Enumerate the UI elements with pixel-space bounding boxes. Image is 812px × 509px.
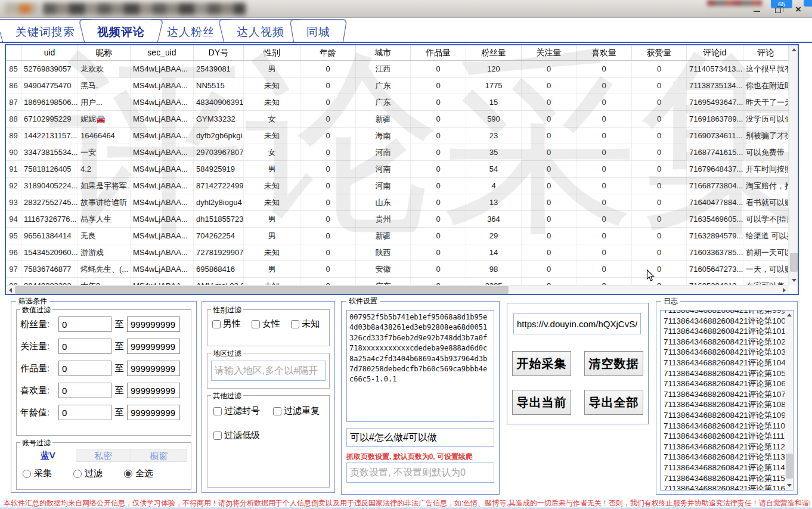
column-header[interactable]: 关注量 (522, 45, 577, 60)
region-input[interactable] (211, 361, 326, 381)
table-vertical-scrollbar[interactable] (789, 45, 798, 285)
scroll-left-button[interactable] (6, 285, 15, 294)
log-entry[interactable]: 7113864346882608421评论第101页 (664, 326, 784, 337)
scroll-down-button[interactable] (785, 481, 794, 490)
log-list[interactable]: 7113864346882608421评论第99页 71138643468826… (660, 310, 794, 491)
checkbox-input[interactable] (213, 432, 222, 440)
table-horizontal-scrollbar[interactable] (6, 285, 789, 294)
column-header[interactable]: sec_uid (131, 45, 194, 60)
table-body[interactable]: 85 52769839057 龙欢欢 MS4wLjABAA... 2543908… (6, 61, 798, 285)
minimize-button[interactable] (749, 0, 764, 18)
table-row[interactable]: 97 75836746877 烤蚝先生、(... MS4wLjABAA... 6… (6, 261, 789, 278)
start-collect-button[interactable]: 开始采集 (512, 351, 571, 376)
log-entry[interactable]: 7113864346882608421评论第107页 (664, 389, 784, 400)
log-entry[interactable]: 7113864346882608421评论第116页 (664, 483, 784, 491)
tab-keyword-search[interactable]: 关键词搜索 (2, 22, 88, 42)
clear-data-button[interactable]: 清空数据 (584, 351, 643, 376)
filter-min-input[interactable] (58, 361, 111, 376)
log-entry[interactable]: 7113864346882608421评论第109页 (664, 410, 784, 421)
filter-max-input[interactable] (127, 316, 180, 332)
table-row[interactable]: 88 67102995229 妮妮🚘 MS4wLjABAA... GYM3323… (6, 111, 789, 128)
log-entry[interactable]: 7113864346882608421评论第115页 (664, 473, 784, 484)
log-entry[interactable]: 7113864346882608421评论第105页 (664, 368, 784, 379)
filter-max-input[interactable] (127, 383, 180, 398)
radio-select-all[interactable]: 全选 (124, 468, 153, 479)
radio-input[interactable] (124, 470, 132, 478)
table-row[interactable]: 85 52769839057 龙欢欢 MS4wLjABAA... 2543908… (6, 61, 789, 77)
tab-blue-v[interactable]: 蓝V (20, 449, 76, 462)
tab-creator-videos[interactable]: 达人视频 (224, 22, 297, 42)
filter-min-input[interactable] (58, 339, 111, 354)
checkbox-input[interactable] (212, 320, 221, 328)
checkbox-input[interactable] (213, 407, 222, 415)
column-header[interactable]: 评论 (743, 45, 789, 60)
column-header[interactable]: 性别 (244, 45, 300, 60)
table-row[interactable]: 89 14422131157... 16466464 MS4wLjABAA...… (6, 128, 789, 144)
tab-creator-fans[interactable]: 达人粉丝 (154, 22, 228, 42)
table-row[interactable]: 93 28327552745... 故事讲给谁听 MS4wLjABAA... d… (6, 194, 789, 211)
table-row[interactable]: 92 31890405224... 如果是宇将军... MS4wLjABAA..… (6, 178, 789, 194)
page-count-input[interactable] (346, 463, 494, 483)
export-current-button[interactable]: 导出当前 (512, 390, 571, 415)
log-entry[interactable]: 7113864346882608421评论第111页 (664, 431, 784, 442)
other-checkbox[interactable]: 过滤重复 (273, 405, 320, 417)
column-header[interactable]: 年龄 (300, 45, 356, 60)
checkbox-input[interactable] (252, 320, 260, 328)
scrollbar-thumb[interactable] (786, 454, 793, 479)
log-entry[interactable]: 7113864346882608421评论第106页 (664, 378, 784, 389)
column-header[interactable]: uid (21, 45, 78, 60)
log-entry[interactable]: 7113864346882608421评论第103页 (664, 347, 784, 358)
log-entry[interactable]: 7113864346882608421评论第99页 (664, 310, 784, 316)
video-url-input[interactable] (513, 313, 641, 334)
tab-video-comments[interactable]: 视频评论 (84, 22, 158, 42)
checkbox-input[interactable] (291, 320, 299, 328)
log-entry[interactable]: 7113864346882608421评论第100页 (664, 316, 784, 327)
gender-checkbox[interactable]: 未知 (291, 318, 320, 330)
scroll-up-button[interactable] (789, 45, 798, 54)
filter-max-input[interactable] (127, 361, 180, 376)
log-scrollbar[interactable] (785, 311, 793, 490)
gender-checkbox[interactable]: 女性 (252, 318, 280, 330)
column-header[interactable]: 作品量 (411, 45, 466, 60)
column-header[interactable]: 获赞量 (632, 45, 687, 60)
license-token-textarea[interactable]: 007952f5b5b741eb1ef95068a8d1b95e4d03b8a4… (346, 310, 494, 422)
filter-max-input[interactable] (127, 405, 180, 420)
keyword-input[interactable] (346, 428, 494, 447)
table-row[interactable]: 98 98440083202 大年9 MS4wLjABAA AMV-mai 03… (6, 278, 789, 285)
scrollbar-thumb[interactable] (790, 253, 798, 272)
other-checkbox[interactable]: 过滤封号 (213, 405, 260, 417)
export-all-button[interactable]: 导出全部 (584, 390, 643, 415)
filter-min-input[interactable] (58, 316, 111, 332)
radio-collect[interactable]: 采集 (23, 468, 52, 479)
table-row[interactable]: 94 11167326776... 品享人生 MS4wLjABAA... dh1… (6, 211, 789, 228)
scroll-up-button[interactable] (785, 311, 794, 319)
tab-private[interactable]: 私密 (76, 449, 132, 462)
column-header[interactable]: 评论id (687, 45, 743, 60)
log-entry[interactable]: 7113864346882608421评论第110页 (664, 421, 784, 432)
column-header[interactable]: 昵称 (78, 45, 131, 60)
log-entry[interactable]: 7113864346882608421评论第112页 (664, 442, 784, 452)
table-row[interactable]: 90 33473815534... 一安 MS4wLjABAA... 29703… (6, 144, 789, 161)
filter-max-input[interactable] (127, 339, 180, 354)
tab-same-city[interactable]: 同城 (293, 22, 343, 42)
table-row[interactable]: 87 18696198506... 用户... MS4wLjABAA... 48… (6, 94, 789, 111)
scroll-right-button[interactable] (780, 285, 789, 294)
radio-filter[interactable]: 过滤 (73, 468, 103, 479)
column-header[interactable]: 喜欢量 (577, 45, 632, 60)
radio-input[interactable] (73, 470, 82, 478)
filter-min-input[interactable] (58, 405, 111, 420)
table-row[interactable]: 91 75818126405 4.2 MS4wLjABAA... 5849259… (6, 161, 789, 178)
log-entry[interactable]: 7113864346882608421评论第102页 (664, 337, 784, 347)
column-header[interactable]: DY号 (194, 45, 244, 60)
table-row[interactable]: 95 96561384414 无良 MS4wLjABAA... 70426225… (6, 228, 789, 244)
log-entry[interactable]: 7113864346882608421评论第113页 (664, 452, 784, 463)
column-header[interactable]: 粉丝量 (466, 45, 522, 60)
tab-showcase[interactable]: 橱窗 (131, 449, 187, 462)
gender-checkbox[interactable]: 男性 (212, 318, 241, 330)
checkbox-input[interactable] (273, 407, 281, 415)
log-entry[interactable]: 7113864346882608421评论第104页 (664, 358, 784, 368)
radio-input[interactable] (23, 470, 31, 478)
table-row[interactable]: 86 94904775470 黑马. MS4wLjABAA... NN5515 … (6, 77, 789, 94)
column-header[interactable]: 城市 (356, 45, 411, 60)
log-entry[interactable]: 7113864346882608421评论第108页 (664, 399, 784, 410)
